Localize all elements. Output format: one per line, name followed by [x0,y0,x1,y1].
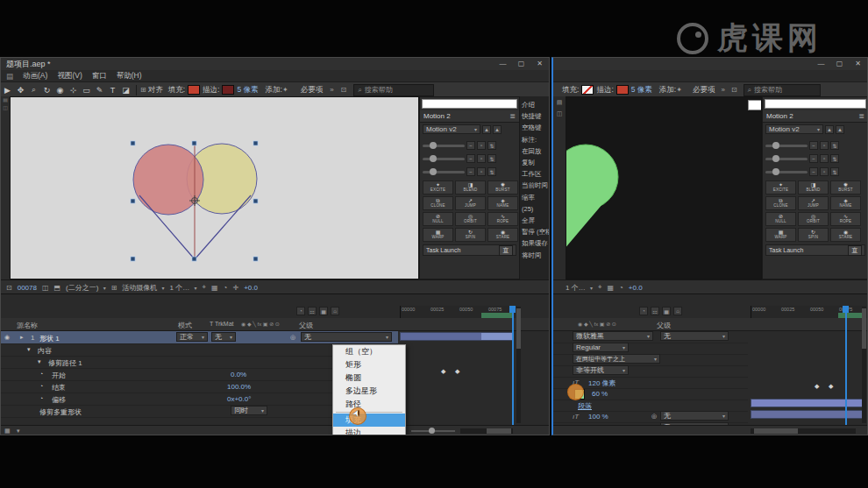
parent-dropdown[interactable]: 无 ▾ [301,332,392,342]
motion-slider-1[interactable] [765,145,808,147]
slider2-dot-button[interactable]: ▫ [820,154,829,163]
motion-rope-button[interactable]: ∿ROPE [487,212,518,226]
slider3-dot-button[interactable]: ▫ [820,167,829,176]
motion-burst-button[interactable]: ✺BURST [487,180,518,194]
motion-excite-button[interactable]: ✦EXCITE [765,180,796,194]
heart-left-circle[interactable] [133,145,203,215]
menu-item-fill[interactable]: 填充 [333,414,405,427]
transparency-grid-icon[interactable]: ▦ [607,284,614,292]
menu-window[interactable]: 窗口 [92,71,107,81]
column-source-name[interactable]: 源名称 [17,321,38,330]
slider3-updown-button[interactable]: ⇅ [487,167,496,176]
column-parent[interactable]: 父级 [299,321,313,330]
minimize-button[interactable]: — [494,58,512,70]
slider3-updown-button[interactable]: ⇅ [830,167,839,176]
menu-item-path[interactable]: 路径 [333,398,405,411]
add-effects-icon[interactable]: ✦ [676,86,682,94]
motion-slider-1[interactable] [423,145,465,147]
scrollbar-thumb[interactable] [487,428,511,434]
current-time-indicator[interactable] [845,306,847,426]
expander-open-icon[interactable]: ▾ [27,346,31,353]
layer-name[interactable]: 形状 1 [39,334,60,343]
gutter-icon2[interactable]: ◫ [1,104,10,112]
cti-handle[interactable] [509,306,516,313]
vscale-value[interactable]: 100 % [588,413,608,421]
selection-tool-icon[interactable]: ▶ [1,86,14,95]
graph-editor-icon[interactable]: ⚏ [308,307,317,315]
slider3-dot-button[interactable]: ▫ [477,167,486,176]
motion-tab[interactable]: Motion 2 ≣ [763,110,868,123]
motion-name-button[interactable]: ◈NAME [487,196,518,210]
timeline-horizontal-scrollbar[interactable] [460,428,513,434]
expand-icon[interactable]: ▾ [17,428,20,435]
motion-stare-button[interactable]: ◉STARE [487,228,518,242]
motion-excite-button[interactable]: ✦EXCITE [423,180,453,194]
stroke-color-swatch[interactable] [616,85,629,95]
gutter-icon[interactable]: ▤ [1,96,10,104]
graph-editor-icon[interactable]: ⚏ [651,307,659,315]
slider2-minus-button[interactable]: − [809,154,818,163]
pan-behind-tool-icon[interactable]: ⊹ [67,86,80,95]
titlebar[interactable]: 题项目.aep * — ▢ ✕ [1,58,549,70]
motion-clone-button[interactable]: ⧉CLONE [423,196,453,210]
slider1-dot-button[interactable]: ▫ [820,141,829,150]
panel-box-icon[interactable]: ⊡ [341,86,347,94]
zoom-slider-knob[interactable] [429,428,435,434]
task-launch-bar[interactable]: Task Launch 直 [765,244,865,256]
column-mode[interactable]: 模式 [178,321,192,330]
column-parent[interactable]: 父级 [657,321,671,330]
pen-tool-icon[interactable]: ✎ [93,86,106,95]
trkmat-dropdown[interactable]: 无 ▾ [211,332,236,342]
motion-search-input[interactable] [765,99,866,109]
motion-null-button[interactable]: ⊘NULL [423,212,453,226]
transparency-grid-icon[interactable]: ▦ [211,284,218,292]
motion-warp-button[interactable]: ▦WARP [423,228,453,242]
slider1-minus-button[interactable]: − [809,141,818,150]
stroke-width-value[interactable]: 5 像素 [631,85,652,95]
blend-mode-dropdown[interactable]: 正常 ▾ [176,332,208,342]
exposure-value[interactable]: +0.0 [629,284,643,292]
motion-search-input[interactable] [422,99,517,109]
task-launch-button[interactable]: 直 [499,245,513,256]
composition-viewer[interactable] [566,96,762,279]
motion-up-button[interactable]: ▲ [825,125,834,134]
trim-end-value[interactable]: 100.0% [227,383,251,391]
timeline-horizontal-scrollbar[interactable] [751,428,856,434]
motion-preset-dropdown[interactable]: Motion v2 ▾ [765,124,823,134]
layer-row-shape1[interactable]: ◉ ▸ 1 形状 1 正常 ▾ 无 ▾ ◎ 无 ▾ [1,331,398,344]
layer-duration-bar-2[interactable] [751,410,865,419]
maximize-button[interactable]: ▢ [512,58,530,70]
slider1-dot-button[interactable]: ▫ [477,141,486,150]
add-effects-icon[interactable]: ✦ [282,86,288,94]
composite-dropdown[interactable]: 在两组中等于之上 ▾ [573,354,660,364]
workspace-essentials[interactable]: 必要项 [301,85,324,95]
minimize-button[interactable]: — [812,58,830,70]
parent-dropdown[interactable]: 无 ▾ [660,411,729,421]
layer-duration-bar[interactable] [751,399,865,407]
font-family-dropdown[interactable]: 微软雅黑 ▾ [573,331,653,341]
motion-orbit-button[interactable]: ◎ORBIT [455,212,486,226]
slider2-dot-button[interactable]: ▫ [477,154,486,163]
panel-menu-icon[interactable]: ≣ [858,112,864,120]
text-tool-icon[interactable]: T [106,86,119,95]
motion-warp-button[interactable]: ▦WARP [765,228,796,242]
menu-animation[interactable]: 动画(A) [23,71,47,81]
parent-link-icon[interactable]: ◎ [651,413,657,420]
slider3-minus-button[interactable]: − [466,167,475,176]
comp-flowchart-icon[interactable]: ⌂ [673,307,682,315]
motion-spin-button[interactable]: ↻SPIN [798,228,829,242]
slider2-updown-button[interactable]: ⇅ [830,154,839,163]
panel-box-icon[interactable]: ⊡ [731,86,737,94]
grid-guides-icon[interactable]: ⊞ [111,284,117,292]
trim-paths-label[interactable]: 修剪路径 1 [48,358,82,368]
motion-blur-icon[interactable]: ◔ [639,307,648,315]
menu-item-rectangle[interactable]: 矩形 [333,358,405,371]
motion-blend-button[interactable]: ◨BLEND [455,180,486,194]
motion-jump-button[interactable]: ➚JUMP [798,196,829,210]
stopwatch-icon[interactable]: ◔ [39,395,43,401]
camera-tool-icon[interactable]: ◉ [53,86,67,95]
close-button[interactable]: ✕ [530,58,549,70]
motion-jump-button[interactable]: ➚JUMP [455,196,486,210]
motion-clone-button[interactable]: ⧉CLONE [765,196,796,210]
brush-tool-icon[interactable]: ◪ [119,86,132,95]
